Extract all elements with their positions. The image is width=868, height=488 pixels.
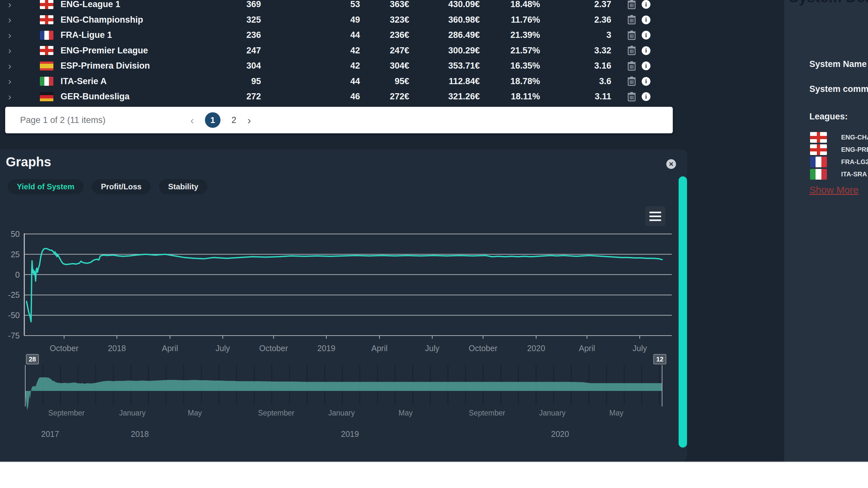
vertical-scrollbar[interactable]: [679, 176, 687, 448]
picks-count: 44: [261, 76, 360, 87]
return-value: 360.98€: [409, 15, 480, 25]
picks-count: 53: [261, 0, 360, 9]
odds-value: 3: [540, 30, 611, 40]
table-row: › ENG-Championship 325 49 323€ 360.98€ 1…: [0, 12, 687, 28]
prev-page-button[interactable]: ‹: [190, 115, 194, 126]
return-value: 112.84€: [409, 76, 480, 87]
range-handle-left-label: 28: [29, 356, 36, 363]
show-more-link[interactable]: Show More: [809, 185, 859, 195]
leagues-list: ENG-CHAENG-PREFRA-LG2ITA-SRA: [810, 132, 868, 180]
delete-icon[interactable]: [627, 92, 636, 102]
range-handle-right-label: 12: [656, 356, 663, 363]
bets-count: 369: [222, 0, 261, 9]
eng-flag-icon: [40, 15, 54, 24]
stake-value: 247€: [360, 45, 409, 56]
hamburger-icon: [649, 212, 661, 213]
delete-icon[interactable]: [627, 61, 636, 71]
expand-chevron-icon[interactable]: ›: [0, 91, 20, 102]
bets-count: 236: [222, 30, 261, 40]
league-code: ENG-PRE: [841, 146, 868, 153]
yield-percent: 18.48%: [480, 0, 540, 9]
odds-value: 3.6: [540, 76, 611, 87]
odds-value: 3.11: [540, 92, 611, 102]
bets-count: 304: [222, 61, 261, 71]
info-icon[interactable]: i: [642, 77, 650, 86]
yield-percent: 11.76%: [480, 15, 540, 25]
bets-count: 272: [222, 92, 261, 102]
pagination-bar: Page 1 of 2 (11 items) ‹ 1 2 ›: [5, 107, 673, 133]
league-name: ESP-Primera Division: [61, 61, 222, 71]
fra-flag-icon: [810, 157, 827, 167]
tab-stability[interactable]: Stability: [159, 179, 207, 194]
expand-chevron-icon[interactable]: ›: [0, 0, 20, 10]
graph-tabs: Yield of SystemProfit/LossStability: [8, 179, 208, 194]
return-value: 430.09€: [409, 0, 480, 9]
league-code: ENG-CHA: [841, 134, 868, 141]
chart-menu-button[interactable]: [645, 206, 665, 226]
league-item: FRA-LG2: [810, 157, 868, 167]
delete-icon[interactable]: [627, 0, 636, 9]
league-item: ITA-SRA: [810, 169, 868, 180]
delete-icon[interactable]: [627, 76, 636, 86]
range-handle-left[interactable]: 28: [26, 354, 39, 364]
current-page-button[interactable]: 1: [205, 112, 220, 128]
info-icon[interactable]: i: [642, 31, 650, 39]
eng-flag-icon: [40, 0, 54, 9]
info-icon[interactable]: i: [642, 0, 650, 9]
range-handle-right[interactable]: 12: [653, 354, 666, 364]
ita-flag-icon: [810, 169, 827, 180]
bets-count: 247: [222, 45, 261, 56]
yield-percent: 18.78%: [480, 76, 540, 87]
next-page-button[interactable]: ›: [247, 115, 251, 126]
info-icon[interactable]: i: [642, 15, 650, 24]
system-comment-label: System comm: [809, 84, 868, 94]
expand-chevron-icon[interactable]: ›: [0, 61, 20, 71]
stake-value: 323€: [360, 15, 409, 25]
clipped-panel-title: System Det: [789, 0, 868, 6]
picks-count: 42: [261, 61, 360, 71]
league-name: ENG-Championship: [61, 15, 222, 25]
stake-value: 95€: [360, 76, 409, 87]
picks-count: 42: [261, 45, 360, 56]
ger-flag-icon: [40, 92, 54, 101]
delete-icon[interactable]: [627, 30, 636, 40]
expand-chevron-icon[interactable]: ›: [0, 45, 20, 56]
league-name: ITA-Serie A: [61, 76, 222, 87]
page-bottom-area: [0, 461, 868, 488]
bets-count: 95: [222, 76, 261, 87]
page-summary: Page 1 of 2 (11 items): [20, 115, 105, 125]
graphs-title: Graphs: [6, 155, 51, 169]
league-item: ENG-CHA: [810, 132, 868, 143]
picks-count: 46: [261, 92, 360, 102]
info-icon[interactable]: i: [642, 62, 650, 70]
delete-icon[interactable]: [627, 15, 636, 25]
table-row: › ENG-Premier League 247 42 247€ 300.29€…: [0, 43, 687, 59]
delete-icon[interactable]: [627, 45, 636, 55]
yield-percent: 21.39%: [480, 30, 540, 40]
tab-yield-of-system[interactable]: Yield of System: [8, 179, 84, 194]
close-icon[interactable]: ×: [666, 159, 676, 169]
return-value: 286.49€: [409, 30, 480, 40]
graphs-panel: Graphs Yield of SystemProfit/LossStabili…: [0, 150, 687, 461]
ita-flag-icon: [40, 77, 54, 86]
yield-percent: 18.11%: [480, 92, 540, 102]
page-2-button[interactable]: 2: [231, 115, 236, 125]
expand-chevron-icon[interactable]: ›: [0, 30, 20, 41]
league-name: FRA-Ligue 1: [61, 30, 222, 40]
league-code: ITA-SRA: [841, 170, 867, 178]
tab-profit-loss[interactable]: Profit/Loss: [92, 179, 151, 194]
bets-count: 325: [222, 15, 261, 25]
expand-chevron-icon[interactable]: ›: [0, 14, 20, 25]
eng-flag-icon: [810, 144, 827, 155]
yield-percent: 16.35%: [480, 61, 540, 71]
info-icon[interactable]: i: [642, 46, 650, 55]
league-table: › ENG-League 1 369 53 363€ 430.09€ 18.48…: [0, 0, 687, 104]
info-icon[interactable]: i: [642, 92, 650, 101]
yield-percent: 21.57%: [480, 45, 540, 56]
stake-value: 304€: [360, 61, 409, 71]
table-row: › FRA-Ligue 1 236 44 236€ 286.49€ 21.39%…: [0, 28, 687, 43]
table-row: › GER-Bundesliga 272 46 272€ 321.26€ 18.…: [0, 89, 687, 104]
expand-chevron-icon[interactable]: ›: [0, 76, 20, 87]
table-row: › ENG-League 1 369 53 363€ 430.09€ 18.48…: [0, 0, 687, 12]
stake-value: 272€: [360, 92, 409, 102]
